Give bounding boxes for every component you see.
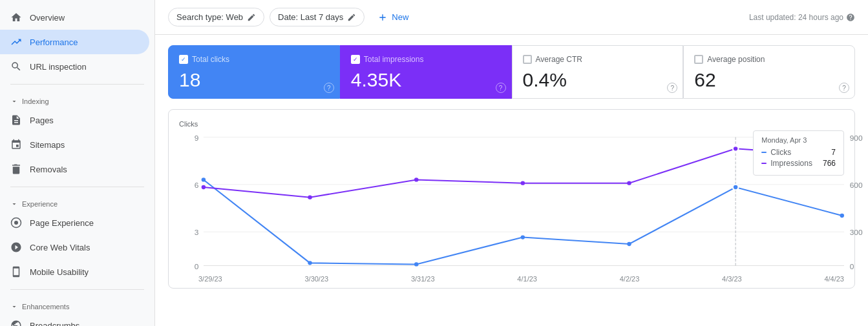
add-icon [377, 12, 388, 23]
svg-point-26 [627, 181, 631, 185]
search-type-label: Search type: Web [176, 12, 243, 22]
section-experience: Experience [0, 192, 154, 210]
divider-2 [10, 187, 144, 187]
metric-card-average-position[interactable]: Average position 62 ? [683, 45, 855, 99]
x-label-6: 4/4/23 [824, 275, 844, 283]
legend-date: Monday, Apr 3 [761, 136, 836, 144]
svg-point-24 [414, 178, 418, 181]
sidebar-label-sitemaps: Sitemaps [30, 140, 65, 150]
sidebar-label-performance: Performance [30, 37, 78, 47]
new-button[interactable]: New [370, 8, 416, 26]
x-label-5: 4/3/23 [722, 275, 742, 283]
sidebar-label-url-inspection: URL inspection [30, 62, 87, 72]
x-label-1: 3/30/23 [304, 275, 328, 283]
sidebar-item-page-experience[interactable]: Page Experience [0, 210, 149, 235]
legend-clicks-value: 7 [831, 148, 836, 157]
breadcrumbs-icon [10, 320, 22, 326]
svg-point-20 [733, 185, 739, 190]
edit-date-icon [347, 13, 356, 22]
metric-value-impressions: 4.35K [351, 69, 501, 90]
impressions-dot [761, 163, 767, 164]
home-icon [10, 12, 22, 23]
date-chip[interactable]: Date: Last 7 days [270, 8, 365, 26]
sidebar-item-overview[interactable]: Overview [0, 5, 149, 30]
checkbox-impressions: ✓ [351, 55, 360, 64]
svg-point-27 [733, 146, 739, 151]
checkbox-ctr [523, 55, 532, 64]
metric-label-ctr: Average CTR [523, 55, 673, 64]
chart-container: Clicks 0 3 6 9 0 300 600 900 [168, 109, 855, 289]
sidebar-label-core-web-vitals: Core Web Vitals [30, 243, 90, 252]
legend-clicks-label: Clicks [770, 148, 791, 157]
topbar: Search type: Web Date: Last 7 days New L… [155, 0, 868, 35]
help-position[interactable]: ? [839, 83, 849, 93]
sidebar-item-sitemaps[interactable]: Sitemaps [0, 132, 149, 157]
sidebar-label-overview: Overview [30, 13, 65, 23]
search-type-chip[interactable]: Search type: Web [168, 8, 264, 26]
last-updated: Last updated: 24 hours ago [749, 13, 855, 22]
main-content: Search type: Web Date: Last 7 days New L… [155, 0, 868, 326]
help-ctr[interactable]: ? [667, 83, 677, 93]
svg-text:900: 900 [850, 134, 863, 142]
section-indexing: Indexing [0, 90, 154, 108]
metric-label-clicks: ✓ Total clicks [179, 55, 329, 64]
chart-area: 0 3 6 9 0 300 600 900 [179, 130, 844, 272]
svg-point-15 [202, 178, 206, 181]
legend-impressions-value: 766 [823, 159, 836, 168]
svg-point-23 [308, 196, 312, 199]
metric-cards: ✓ Total clicks 18 ? ✓ Total impressions … [155, 35, 868, 99]
sidebar-item-pages[interactable]: Pages [0, 108, 149, 132]
sidebar-label-removals: Removals [30, 165, 67, 174]
divider-1 [10, 84, 144, 85]
metric-value-ctr: 0.4% [523, 69, 673, 90]
svg-text:600: 600 [850, 181, 863, 189]
metric-card-average-ctr[interactable]: Average CTR 0.4% ? [512, 45, 684, 99]
x-label-0: 3/29/23 [198, 275, 222, 283]
new-label: New [392, 12, 408, 22]
sidebar-item-url-inspection[interactable]: URL inspection [0, 54, 149, 79]
svg-point-21 [840, 214, 844, 218]
checkbox-clicks: ✓ [179, 55, 188, 64]
metric-label-position: Average position [694, 55, 844, 64]
svg-point-19 [627, 242, 631, 246]
svg-point-16 [308, 261, 312, 265]
trending-up-icon [10, 36, 22, 48]
metric-card-total-clicks[interactable]: ✓ Total clicks 18 ? [168, 45, 340, 99]
svg-text:6: 6 [195, 181, 199, 189]
svg-point-25 [521, 181, 525, 185]
chart-y-label: Clicks [179, 120, 844, 128]
sidebar-label-pages: Pages [30, 116, 54, 125]
pages-icon [10, 114, 22, 126]
section-enhancements: Enhancements [0, 295, 154, 313]
x-label-2: 3/31/23 [411, 275, 435, 283]
sidebar-item-core-web-vitals[interactable]: Core Web Vitals [0, 235, 149, 260]
help-impressions[interactable]: ? [496, 83, 506, 93]
sidebar-label-mobile-usability: Mobile Usability [30, 267, 89, 277]
sidebar: Overview Performance URL inspection Inde… [0, 0, 155, 326]
removals-icon [10, 163, 22, 175]
x-label-3: 4/1/23 [517, 275, 537, 283]
svg-point-18 [521, 235, 525, 239]
core-web-vitals-icon [10, 241, 22, 253]
sidebar-label-page-experience: Page Experience [30, 218, 94, 228]
svg-point-1 [14, 221, 18, 225]
svg-text:9: 9 [195, 134, 199, 142]
sidebar-item-performance[interactable]: Performance [0, 30, 149, 54]
svg-text:300: 300 [850, 229, 863, 237]
sidebar-item-breadcrumbs[interactable]: Breadcrumbs [0, 313, 149, 326]
chart-legend: Monday, Apr 3 Clicks 7 Impressions 766 [753, 130, 844, 176]
sidebar-item-removals[interactable]: Removals [0, 157, 149, 181]
sidebar-item-mobile-usability[interactable]: Mobile Usability [0, 260, 149, 284]
svg-point-17 [414, 262, 418, 266]
svg-point-22 [202, 185, 206, 189]
x-labels: 3/29/23 3/30/23 3/31/23 4/1/23 4/2/23 4/… [179, 272, 844, 283]
legend-impressions-label: Impressions [770, 159, 812, 168]
metric-card-total-impressions[interactable]: ✓ Total impressions 4.35K ? [340, 45, 512, 99]
legend-row-clicks: Clicks 7 [761, 148, 836, 157]
page-experience-icon [10, 217, 22, 229]
chart-svg: 0 3 6 9 0 300 600 900 [179, 130, 844, 272]
x-label-4: 4/2/23 [620, 275, 640, 283]
clicks-line [204, 179, 842, 264]
help-icon [846, 13, 855, 22]
help-clicks[interactable]: ? [324, 83, 334, 93]
